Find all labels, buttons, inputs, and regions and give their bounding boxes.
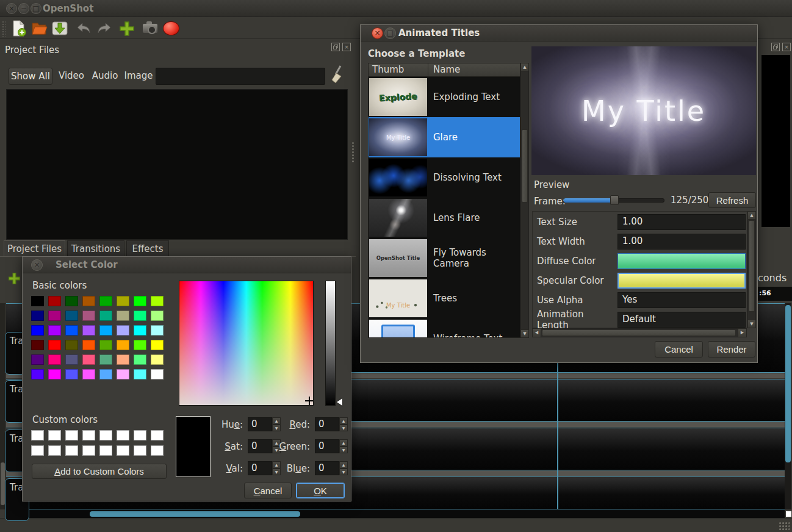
dialog-close-icon[interactable]: × [31,259,43,271]
spin-down-icon[interactable]: ▼ [339,447,348,454]
custom-color-swatch[interactable] [31,445,44,456]
properties-vscrollbar[interactable]: ▲ ▼ [747,211,756,328]
scroll-right-icon[interactable]: ▶ [738,328,747,337]
scroll-down-icon[interactable]: ▼ [520,329,529,338]
template-row-glare[interactable]: My TitleGlare [369,117,520,157]
basic-color-swatch[interactable] [99,311,112,321]
basic-color-swatch[interactable] [99,296,112,306]
custom-color-swatch[interactable] [151,430,164,440]
render-button[interactable]: Render [708,341,755,358]
custom-color-swatch[interactable] [48,430,61,440]
filter-video-button[interactable]: Video [56,70,87,81]
template-row-trees[interactable]: My TitleTrees [369,278,520,318]
basic-color-swatch[interactable] [48,311,61,321]
open-project-icon[interactable] [31,20,48,37]
track-left-scrollbar-handle[interactable] [1,462,5,505]
scroll-up-icon[interactable]: ▲ [520,63,529,71]
basic-color-swatch[interactable] [151,311,164,321]
custom-color-swatch[interactable] [82,445,95,456]
spinbox-value[interactable]: 0 [248,461,272,475]
basic-color-swatch[interactable] [151,340,164,350]
timeline-hscrollbar-handle[interactable] [90,511,300,517]
filter-show-all-button[interactable]: Show All [9,68,52,85]
custom-color-swatch[interactable] [99,430,112,440]
filter-audio-button[interactable]: Audio [90,70,120,81]
basic-color-swatch[interactable] [134,340,146,350]
add-to-custom-colors-button[interactable]: Add to Custom Colors [32,464,167,479]
toolbar-grip[interactable] [2,21,5,37]
select-color-title-bar[interactable]: × Select Color [23,257,351,273]
dock-splitter[interactable] [351,142,355,164]
properties-vscrollbar-handle[interactable] [749,220,755,312]
window-maximize-icon[interactable]: □ [31,3,41,14]
basic-color-swatch[interactable] [48,296,61,306]
spin-up-icon[interactable]: ▲ [339,461,348,469]
spinbox-value[interactable]: 0 [248,439,272,453]
spinbox-value[interactable]: 0 [315,439,339,453]
basic-color-swatch[interactable] [82,369,95,379]
basic-color-swatch[interactable] [31,354,44,365]
property-value-field[interactable]: Yes [617,292,746,308]
property-value-field[interactable]: 1.00 [617,234,746,250]
animated-titles-title-bar[interactable]: × □ Animated Titles [361,25,757,41]
window-close-icon[interactable]: × [6,3,17,14]
red-spinbox[interactable]: 0▲▼ [315,417,348,431]
value-slider-pointer[interactable] [337,398,342,406]
spin-up-icon[interactable]: ▲ [339,417,348,425]
window-minimize-icon[interactable]: − [18,3,29,14]
basic-color-swatch[interactable] [117,369,129,379]
ok-button[interactable]: OK [296,483,345,498]
basic-color-swatch[interactable] [82,311,95,321]
basic-color-swatch[interactable] [65,340,78,350]
template-row-fly-towards-camera[interactable]: OpenShot TitleFly Towards Camera [369,238,520,278]
basic-color-swatch[interactable] [117,340,129,350]
basic-color-swatch[interactable] [65,369,78,379]
dock-float-icon[interactable] [331,43,340,51]
basic-color-swatch[interactable] [31,325,44,336]
spinbox-value[interactable]: 0 [315,461,339,475]
hue-saturation-map[interactable] [179,281,314,406]
preview-dock-close-icon[interactable]: × [782,43,791,51]
spin-up-icon[interactable]: ▲ [339,439,348,447]
blue-spinbox[interactable]: 0▲▼ [315,461,348,475]
save-project-icon[interactable] [51,20,68,37]
basic-color-swatch[interactable] [151,325,164,336]
dock-close-icon[interactable]: × [342,43,351,51]
spinbox-value[interactable]: 0 [315,417,339,431]
custom-color-swatch[interactable] [134,445,146,456]
spinbox-value[interactable]: 0 [248,417,272,431]
basic-color-swatch[interactable] [48,340,61,350]
basic-color-swatch[interactable] [151,369,164,379]
basic-color-swatch[interactable] [151,354,164,365]
tab-transitions[interactable]: Transitions [67,240,124,257]
basic-color-swatch[interactable] [48,325,61,336]
basic-color-swatch[interactable] [117,311,129,321]
basic-color-swatch[interactable] [99,354,112,365]
redo-icon[interactable] [95,20,112,37]
property-value-field[interactable]: Default [617,312,746,328]
tab-effects[interactable]: Effects [126,240,169,257]
scroll-up-icon[interactable]: ▲ [747,211,756,220]
basic-color-swatch[interactable] [82,325,95,336]
custom-color-swatch[interactable] [134,430,146,440]
basic-color-swatch[interactable] [31,340,44,350]
cancel-button[interactable]: Cancel [655,341,703,358]
custom-color-swatch[interactable] [117,445,129,456]
basic-color-swatch[interactable] [65,311,78,321]
basic-color-swatch[interactable] [65,296,78,306]
custom-color-swatch[interactable] [48,445,61,456]
basic-color-swatch[interactable] [65,354,78,365]
dialog-maximize-icon[interactable]: □ [384,27,396,39]
take-snapshot-icon[interactable] [142,20,159,37]
preview-dock-float-icon[interactable] [771,43,780,51]
basic-color-swatch[interactable] [82,340,95,350]
custom-color-swatch[interactable] [117,430,129,440]
template-row-exploding-text[interactable]: ExplodeExploding Text [369,77,520,117]
value-slider[interactable] [325,281,336,406]
timeline-vscrollbar[interactable] [785,303,791,509]
search-input[interactable] [156,68,325,85]
template-table-header[interactable]: Thumb Name [369,63,520,77]
template-row-lens-flare[interactable]: Lens Flare [369,198,520,238]
dialog-close-icon[interactable]: × [372,27,383,39]
properties-hscrollbar[interactable]: ◀ ▶ [532,328,747,337]
